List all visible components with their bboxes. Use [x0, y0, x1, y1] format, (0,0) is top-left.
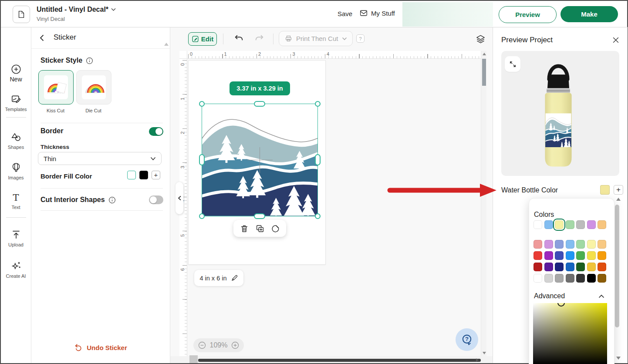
color-swatch[interactable] — [598, 220, 606, 229]
color-swatch[interactable] — [566, 263, 574, 271]
sticker-peel-icon[interactable] — [270, 224, 280, 233]
sidebar-item-templates[interactable]: Templates — [1, 94, 31, 112]
sidebar-item-images[interactable]: Images — [1, 162, 31, 180]
color-swatch[interactable] — [587, 220, 596, 229]
sidebar-item-upload[interactable]: Upload — [1, 229, 31, 247]
current-bottle-color-swatch[interactable] — [600, 185, 610, 195]
advanced-gradient-picker[interactable] — [533, 303, 607, 364]
resize-handle-n[interactable] — [254, 101, 265, 107]
color-swatch[interactable] — [555, 263, 564, 271]
color-swatch[interactable] — [576, 240, 585, 249]
color-swatch[interactable] — [544, 274, 553, 283]
my-stuff-button[interactable]: My Stuff — [359, 9, 395, 17]
kiss-cut-option[interactable] — [38, 70, 74, 104]
color-swatch[interactable] — [555, 220, 564, 229]
resize-handle-w[interactable] — [199, 154, 205, 165]
expand-icon[interactable] — [505, 56, 520, 72]
color-swatch[interactable] — [587, 251, 596, 260]
color-swatch[interactable] — [598, 251, 606, 260]
panel-scroll-up-arrow[interactable] — [164, 43, 169, 46]
mode-help-button[interactable]: ? — [356, 34, 365, 43]
color-swatch[interactable] — [566, 274, 574, 283]
sidebar-item-text[interactable]: T Text — [1, 192, 31, 210]
sidebar-item-new[interactable]: New — [1, 64, 31, 83]
scroll-right-arrow[interactable] — [476, 358, 479, 362]
color-swatch[interactable] — [533, 274, 542, 283]
color-swatch[interactable] — [544, 240, 553, 249]
color-swatch[interactable] — [544, 251, 553, 260]
canvas-vertical-scrollbar[interactable] — [481, 51, 486, 356]
sidebar-item-create-ai[interactable]: Create AI — [1, 260, 31, 279]
resize-handle-e[interactable] — [315, 154, 321, 165]
fill-color-swatch[interactable] — [127, 171, 136, 179]
gradient-selector-dot[interactable] — [557, 303, 565, 307]
resize-handle-nw[interactable] — [199, 101, 205, 107]
undo-icon[interactable] — [233, 34, 244, 44]
color-swatch[interactable] — [533, 220, 542, 229]
canvas-horizontal-scrollbar[interactable] — [170, 356, 493, 363]
back-button[interactable] — [38, 34, 47, 42]
cut-mode-dropdown[interactable]: Print Then Cut — [279, 31, 353, 46]
color-swatch[interactable] — [576, 274, 585, 283]
preview-button[interactable]: Preview — [499, 6, 557, 23]
scrollbar-thumb[interactable] — [482, 59, 486, 86]
color-swatch[interactable] — [555, 251, 564, 260]
scroll-up-arrow[interactable] — [483, 53, 486, 55]
color-swatch[interactable] — [576, 220, 585, 229]
scrollbar-thumb[interactable] — [198, 359, 481, 362]
cut-interior-toggle[interactable] — [149, 195, 163, 204]
resize-handle-s[interactable] — [254, 213, 265, 219]
color-swatch[interactable] — [544, 220, 553, 229]
help-button[interactable]: ? — [456, 328, 478, 351]
color-swatch[interactable] — [587, 263, 596, 271]
panel-scroll-down-arrow[interactable] — [616, 357, 621, 360]
resize-handle-se[interactable] — [315, 213, 321, 219]
resize-handle-ne[interactable] — [315, 101, 321, 107]
thickness-dropdown[interactable]: Thin — [38, 152, 162, 165]
make-button[interactable]: Make — [560, 6, 618, 22]
mat-size-button[interactable]: 4 in x 6 in — [194, 270, 243, 286]
info-icon[interactable] — [86, 57, 93, 64]
die-cut-option[interactable] — [76, 70, 111, 104]
layers-icon[interactable] — [476, 34, 486, 44]
duplicate-icon[interactable] — [255, 224, 265, 233]
info-icon[interactable] — [108, 196, 116, 204]
color-swatch[interactable] — [587, 274, 596, 283]
fill-color-swatch[interactable] — [139, 171, 148, 179]
delete-icon[interactable] — [240, 224, 249, 233]
color-swatch[interactable] — [555, 240, 564, 249]
color-swatch[interactable] — [566, 220, 574, 229]
color-swatch[interactable] — [533, 251, 542, 260]
close-icon[interactable] — [611, 36, 620, 44]
document-title[interactable]: Untitled - Vinyl Decal* — [37, 6, 116, 13]
collapse-panel-tab[interactable] — [176, 182, 183, 214]
color-swatch[interactable] — [555, 274, 564, 283]
document-menu-button[interactable] — [13, 6, 30, 23]
save-button[interactable]: Save — [338, 10, 352, 17]
color-swatch[interactable] — [533, 263, 542, 271]
color-swatch[interactable] — [544, 263, 553, 271]
redo-icon[interactable] — [254, 34, 265, 44]
add-bottle-color-button[interactable]: + — [614, 185, 623, 195]
chevron-up-icon[interactable] — [598, 293, 605, 300]
zoom-in-button[interactable] — [231, 341, 240, 350]
edit-mode-button[interactable]: Edit — [188, 32, 217, 46]
zoom-out-button[interactable] — [198, 341, 206, 350]
panel-scroll-up-arrow[interactable] — [616, 198, 621, 201]
color-swatch[interactable] — [566, 251, 574, 260]
color-swatch[interactable] — [576, 251, 585, 260]
undo-sticker-button[interactable]: Undo Sticker — [31, 343, 170, 352]
color-swatch[interactable] — [598, 274, 606, 283]
color-swatch[interactable] — [587, 240, 596, 249]
resize-handle-sw[interactable] — [199, 213, 205, 219]
color-swatch[interactable] — [576, 263, 585, 271]
color-swatch[interactable] — [566, 240, 574, 249]
color-swatch[interactable] — [598, 263, 606, 271]
sidebar-item-shapes[interactable]: Shapes — [1, 131, 31, 150]
add-fill-color-button[interactable]: + — [152, 171, 160, 179]
border-toggle[interactable] — [149, 127, 163, 136]
scroll-down-arrow[interactable] — [483, 352, 486, 354]
color-swatch[interactable] — [533, 240, 542, 249]
color-swatch[interactable] — [598, 240, 606, 249]
panel-scrollbar-thumb[interactable] — [615, 205, 619, 327]
